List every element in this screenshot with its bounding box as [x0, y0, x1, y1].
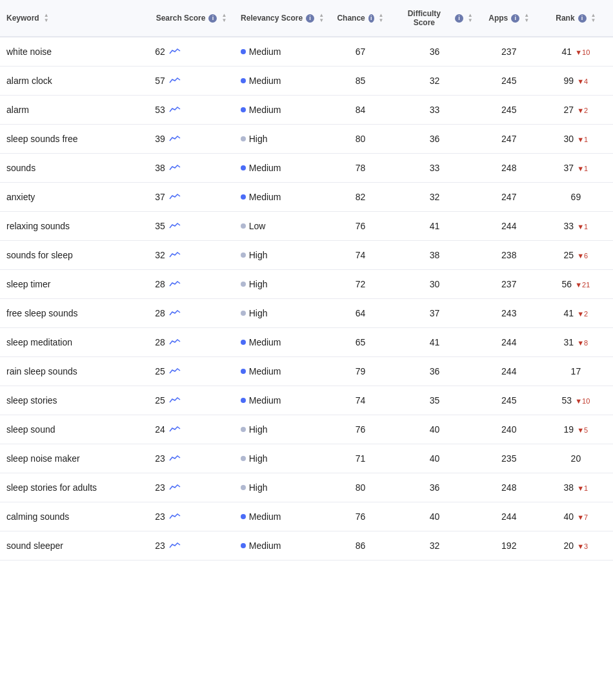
rank-value: 37 — [564, 163, 574, 173]
difficulty-score-cell: 32 — [390, 183, 479, 212]
rank-change-value: ▼1 — [575, 136, 588, 143]
rank-change-value: ▼3 — [575, 542, 588, 550]
chart-trend-icon[interactable] — [169, 309, 181, 318]
keyword-cell: sleep stories — [0, 386, 148, 415]
table-row: sleep stories for adults 23 High80362483… — [0, 473, 613, 502]
rank-change-value: ▼10 — [573, 48, 590, 56]
chart-trend-icon[interactable] — [169, 221, 181, 231]
sort-arrows-relevancy[interactable]: ▲▼ — [319, 13, 324, 23]
sort-arrows-difficulty[interactable]: ▲▼ — [468, 13, 473, 23]
chart-trend-icon[interactable] — [169, 192, 181, 202]
th-rank[interactable]: Rank i ▲▼ — [539, 0, 613, 37]
th-relevancy-score[interactable]: Relevancy Score i ▲▼ — [234, 0, 331, 37]
rank-value: 30 — [564, 134, 574, 144]
relevancy-dot — [241, 223, 246, 229]
search-score-cell: 28 — [148, 270, 234, 299]
chart-trend-icon[interactable] — [169, 280, 181, 289]
rank-value: 56 — [562, 279, 572, 289]
rank-change-value: ▼1 — [575, 165, 588, 172]
th-chance[interactable]: Chance i ▲▼ — [330, 0, 390, 37]
relevancy-score-cell: Low — [234, 212, 331, 241]
difficulty-score-cell: 36 — [390, 125, 479, 154]
chart-trend-icon[interactable] — [169, 338, 181, 347]
search-score-value: 25 — [155, 395, 165, 406]
search-score-cell: 62 — [148, 37, 234, 67]
rank-cell: 31 ▼8 — [539, 328, 613, 357]
rank-value: 17 — [571, 366, 581, 376]
relevancy-dot — [241, 340, 246, 345]
rank-cell: 30 ▼1 — [539, 125, 613, 154]
relevancy-score-cell: High — [234, 125, 331, 154]
sort-arrows-apps[interactable]: ▲▼ — [524, 13, 529, 23]
rank-cell: 56 ▼21 — [539, 270, 613, 299]
keyword-cell: sleep noise maker — [0, 444, 148, 473]
chart-trend-icon[interactable] — [169, 76, 181, 86]
rank-change-value: ▼21 — [573, 281, 590, 289]
rank-change-value: ▼2 — [575, 310, 588, 318]
rank-info-icon: i — [578, 14, 587, 23]
relevancy-label: Medium — [249, 337, 281, 347]
rank-value: 40 — [564, 511, 574, 522]
chart-trend-icon[interactable] — [169, 541, 181, 551]
relevancy-label: Medium — [249, 511, 281, 522]
rank-change-value: ▼1 — [575, 223, 588, 231]
chart-trend-icon[interactable] — [169, 134, 181, 144]
keyword-table-container: Keyword ▲▼ Search Score i ▲▼ — [0, 0, 613, 561]
search-score-value: 24 — [155, 424, 165, 435]
rank-value: 27 — [564, 105, 574, 115]
search-score-cell: 28 — [148, 328, 234, 357]
difficulty-score-cell: 33 — [390, 154, 479, 183]
chart-trend-icon[interactable] — [169, 251, 181, 260]
relevancy-score-cell: High — [234, 299, 331, 328]
chart-trend-icon[interactable] — [169, 512, 181, 522]
table-row: sleep sound 24 High764024019 ▼5 — [0, 415, 613, 444]
chance-cell: 64 — [330, 299, 390, 328]
th-search-score[interactable]: Search Score i ▲▼ — [148, 0, 234, 37]
chart-trend-icon[interactable] — [169, 425, 181, 435]
rank-change-value: ▼2 — [575, 107, 588, 114]
apps-cell: 244 — [479, 328, 539, 357]
relevancy-dot — [241, 78, 246, 83]
relevancy-dot — [241, 369, 246, 374]
keyword-cell: sounds for sleep — [0, 241, 148, 270]
sort-arrows-keyword[interactable]: ▲▼ — [44, 13, 49, 23]
apps-cell: 247 — [479, 183, 539, 212]
chart-trend-icon[interactable] — [169, 163, 181, 173]
chance-cell: 85 — [330, 67, 390, 96]
relevancy-label: High — [249, 279, 268, 289]
relevancy-score-cell: Medium — [234, 37, 331, 67]
th-apps[interactable]: Apps i ▲▼ — [479, 0, 539, 37]
search-score-cell: 57 — [148, 67, 234, 96]
chart-trend-icon[interactable] — [169, 454, 181, 464]
relevancy-score-cell: Medium — [234, 357, 331, 386]
sort-arrows-chance[interactable]: ▲▼ — [379, 13, 384, 23]
chart-trend-icon[interactable] — [169, 47, 181, 57]
relevancy-label: High — [249, 134, 268, 144]
chart-trend-icon[interactable] — [169, 367, 181, 376]
chance-cell: 74 — [330, 386, 390, 415]
rank-value: 25 — [564, 250, 574, 260]
relevancy-label: Low — [249, 221, 266, 231]
sort-arrows-rank[interactable]: ▲▼ — [591, 13, 596, 23]
table-row: sleep sounds free 39 High803624730 ▼1 — [0, 125, 613, 154]
table-header-row: Keyword ▲▼ Search Score i ▲▼ — [0, 0, 613, 37]
chart-trend-icon[interactable] — [169, 483, 181, 493]
relevancy-score-cell: Medium — [234, 531, 331, 561]
keyword-cell: sound sleeper — [0, 531, 148, 561]
search-score-value: 23 — [155, 482, 165, 493]
th-keyword[interactable]: Keyword ▲▼ — [0, 0, 148, 37]
relevancy-label: Medium — [249, 366, 281, 376]
relevancy-score-cell: High — [234, 473, 331, 502]
difficulty-score-cell: 37 — [390, 299, 479, 328]
chart-trend-icon[interactable] — [169, 396, 181, 406]
apps-info-icon: i — [511, 14, 519, 23]
th-rank-label: Rank — [556, 14, 574, 23]
chance-cell: 76 — [330, 502, 390, 531]
table-row: sleep meditation 28 Medium654124431 ▼8 — [0, 328, 613, 357]
difficulty-score-cell: 36 — [390, 473, 479, 502]
chance-cell: 71 — [330, 444, 390, 473]
chance-info-icon: i — [368, 14, 374, 23]
th-difficulty-score[interactable]: Difficulty Score i ▲▼ — [390, 0, 479, 37]
sort-arrows-search[interactable]: ▲▼ — [221, 13, 226, 23]
chart-trend-icon[interactable] — [169, 105, 181, 115]
